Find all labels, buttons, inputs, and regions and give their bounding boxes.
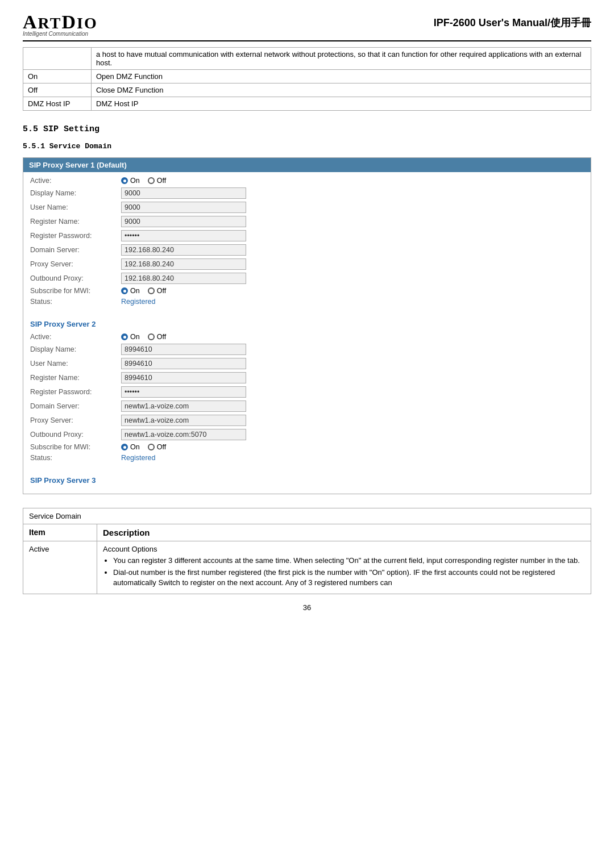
account-options-list: You can register 3 different accounts at… xyxy=(113,556,585,589)
register-name-row: Register Name: 9000 xyxy=(30,216,584,227)
subscribe-mwi-off-option[interactable]: Off xyxy=(148,287,166,295)
s2-display-name-row: Display Name: 8994610 xyxy=(30,344,584,355)
cell-on: On xyxy=(23,70,92,84)
page-header: ARTDIO Intelligent Communication IPF-260… xyxy=(23,11,591,41)
section-55-heading: 5.5 SIP Setting xyxy=(23,124,591,134)
sip-server1-header: SIP Proxy Server 1 (Default) xyxy=(23,158,591,172)
s2-active-value: On Off xyxy=(121,333,584,341)
active-off-radio[interactable] xyxy=(148,177,155,184)
list-item: Dial-out number is the first number regi… xyxy=(113,567,585,588)
s2-active-label: Active: xyxy=(30,333,121,341)
cell-dmz-host-value: DMZ Host IP xyxy=(92,97,591,111)
subscribe-mwi-value: On Off xyxy=(121,287,584,295)
proxy-server-value: 192.168.80.240 xyxy=(121,258,584,270)
sip-server3-subheader: SIP Proxy Server 3 xyxy=(30,476,584,485)
domain-server-label: Domain Server: xyxy=(30,246,121,254)
s2-domain-server-label: Domain Server: xyxy=(30,402,121,410)
user-name-input[interactable]: 9000 xyxy=(121,202,246,213)
outbound-proxy-value: 192.168.80.240 xyxy=(121,273,584,284)
s2-register-name-input[interactable]: 8994610 xyxy=(121,372,246,383)
active-off-label: Off xyxy=(157,177,166,185)
s2-display-name-label: Display Name: xyxy=(30,345,121,353)
active-desc-row: Active Account Options You can register … xyxy=(23,541,591,594)
s2-subscribe-mwi-off-radio[interactable] xyxy=(148,444,155,450)
s2-user-name-input[interactable]: 8994610 xyxy=(121,358,246,369)
outbound-proxy-row: Outbound Proxy: 192.168.80.240 xyxy=(30,273,584,284)
s2-register-password-row: Register Password: •••••• xyxy=(30,386,584,398)
s2-register-password-label: Register Password: xyxy=(30,388,121,396)
outbound-proxy-label: Outbound Proxy: xyxy=(30,274,121,282)
table-row: a host to have mutual communication with… xyxy=(23,48,591,70)
s2-proxy-server-label: Proxy Server: xyxy=(30,416,121,424)
display-name-input[interactable]: 9000 xyxy=(121,187,246,199)
s2-status-value: Registered xyxy=(121,454,584,462)
s2-active-off-label: Off xyxy=(157,333,166,341)
s2-outbound-proxy-value: newtw1.a-voize.com:5070 xyxy=(121,429,584,440)
cell-open-dmz: Open DMZ Function xyxy=(92,70,591,84)
active-label: Active: xyxy=(30,177,121,185)
s2-domain-server-input[interactable]: newtw1.a-voize.com xyxy=(121,400,246,412)
domain-server-input[interactable]: 192.168.80.240 xyxy=(121,244,246,256)
s2-user-name-label: User Name: xyxy=(30,360,121,368)
user-name-label: User Name: xyxy=(30,203,121,211)
proxy-server-label: Proxy Server: xyxy=(30,260,121,268)
cell-empty xyxy=(23,48,92,70)
active-row: Active: On Off xyxy=(30,177,584,185)
col-item-header: Item xyxy=(23,524,97,541)
dmz-table: a host to have mutual communication with… xyxy=(23,47,591,111)
list-item: You can register 3 different accounts at… xyxy=(113,556,585,566)
s2-subscribe-mwi-value: On Off xyxy=(121,443,584,451)
subscribe-mwi-off-radio[interactable] xyxy=(148,287,155,294)
s2-register-password-input[interactable]: •••••• xyxy=(121,386,246,398)
subscribe-mwi-on-option[interactable]: On xyxy=(121,287,140,295)
domain-server-value: 192.168.80.240 xyxy=(121,244,584,256)
active-on-radio[interactable] xyxy=(121,177,128,184)
cell-dmz-host-label: DMZ Host IP xyxy=(23,97,92,111)
page-title: IPF-2600 User's Manual/使用手冊 xyxy=(434,11,591,30)
register-password-value: •••••• xyxy=(121,230,584,241)
display-name-row: Display Name: 9000 xyxy=(30,187,584,199)
active-desc-cell: Account Options You can register 3 diffe… xyxy=(97,541,591,594)
cell-description: a host to have mutual communication with… xyxy=(92,48,591,70)
active-off-option[interactable]: Off xyxy=(148,177,166,185)
section-label-cell: Service Domain xyxy=(23,508,591,524)
register-name-label: Register Name: xyxy=(30,218,121,226)
status-row: Status: Registered xyxy=(30,298,584,306)
s2-subscribe-mwi-off-option[interactable]: Off xyxy=(148,443,166,451)
s2-active-row: Active: On Off xyxy=(30,333,584,341)
outbound-proxy-input[interactable]: 192.168.80.240 xyxy=(121,273,246,284)
s2-active-on-option[interactable]: On xyxy=(121,333,140,341)
sip-server2-subheader: SIP Proxy Server 2 xyxy=(30,320,584,328)
s2-register-name-label: Register Name: xyxy=(30,374,121,382)
s2-subscribe-mwi-on-radio[interactable] xyxy=(121,444,128,450)
register-name-input[interactable]: 9000 xyxy=(121,216,246,227)
s2-subscribe-mwi-off-label: Off xyxy=(157,443,166,451)
s2-outbound-proxy-input[interactable]: newtw1.a-voize.com:5070 xyxy=(121,429,246,440)
s2-proxy-server-input[interactable]: newtw1.a-voize.com xyxy=(121,415,246,426)
s2-user-name-row: User Name: 8994610 xyxy=(30,358,584,369)
s2-active-off-option[interactable]: Off xyxy=(148,333,166,341)
page-number: 36 xyxy=(23,603,591,612)
subscribe-mwi-row: Subscribe for MWI: On Off xyxy=(30,287,584,295)
subscribe-mwi-label: Subscribe for MWI: xyxy=(30,287,121,295)
s2-subscribe-mwi-on-option[interactable]: On xyxy=(121,443,140,451)
sip-server1-content: Active: On Off Display Name: 9000 User N… xyxy=(23,172,591,494)
active-on-option[interactable]: On xyxy=(121,177,140,185)
col-desc-header: Description xyxy=(97,524,591,541)
s2-subscribe-mwi-row: Subscribe for MWI: On Off xyxy=(30,443,584,451)
logo-subtitle: Intelligent Communication xyxy=(23,31,98,37)
user-name-value: 9000 xyxy=(121,202,584,213)
s2-active-on-radio[interactable] xyxy=(121,333,128,340)
active-on-label: On xyxy=(130,177,140,185)
register-password-input[interactable]: •••••• xyxy=(121,230,246,241)
s2-active-off-radio[interactable] xyxy=(148,333,155,340)
s2-display-name-input[interactable]: 8994610 xyxy=(121,344,246,355)
register-password-label: Register Password: xyxy=(30,232,121,240)
s2-register-name-row: Register Name: 8994610 xyxy=(30,372,584,383)
user-name-row: User Name: 9000 xyxy=(30,202,584,213)
subscribe-mwi-on-radio[interactable] xyxy=(121,287,128,294)
s2-status-label: Status: xyxy=(30,454,121,462)
proxy-server-input[interactable]: 192.168.80.240 xyxy=(121,258,246,270)
logo-area: ARTDIO Intelligent Communication xyxy=(23,11,98,37)
active-value: On Off xyxy=(121,177,584,185)
